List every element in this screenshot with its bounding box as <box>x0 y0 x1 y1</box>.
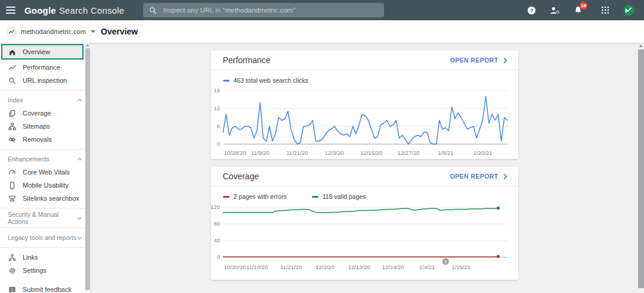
page-title-area: Overview <box>91 20 138 43</box>
scrollbar-thumb[interactable] <box>638 49 644 288</box>
line-chart-icon <box>8 63 16 71</box>
search-input[interactable] <box>163 7 378 14</box>
google-search-console-app: Google Search Console ? <box>0 0 644 293</box>
magnifier-icon <box>8 76 16 85</box>
sidebar-item-mobile-usability[interactable]: Mobile Usability <box>0 179 90 192</box>
chevron-up-icon <box>77 157 82 161</box>
svg-text:1/4/21: 1/4/21 <box>419 264 434 270</box>
content-scrollbar[interactable] <box>638 43 644 293</box>
sidebar-item-label: Sitemaps <box>23 123 50 130</box>
svg-text:18: 18 <box>213 87 220 93</box>
chevron-right-icon <box>503 57 507 64</box>
sidebar-section-legacy[interactable]: Legacy tools and reports <box>0 231 90 244</box>
brand-google: Google <box>24 5 56 15</box>
coverage-legend: 2 pages with errors 118 valid pages <box>211 186 518 200</box>
sidebar-item-label: URL inspection <box>23 77 67 84</box>
scrollbar-thumb[interactable] <box>85 48 90 290</box>
legend-label: 463 total web search clicks <box>234 77 308 84</box>
sidebar-item-submit-feedback[interactable]: Submit feedback <box>0 283 90 293</box>
sidebar-item-overview[interactable]: Overview <box>1 44 83 60</box>
card-title: Performance <box>223 55 271 65</box>
user-settings-icon[interactable] <box>550 6 560 15</box>
divider <box>0 90 90 91</box>
legend-dash-clicks <box>223 80 230 82</box>
topbar-actions: ? 18 <box>527 5 637 16</box>
svg-text:11/10/20: 11/10/20 <box>246 264 267 270</box>
sidebar-item-label: Settings <box>23 267 47 274</box>
divider <box>0 208 90 208</box>
svg-text:12/2/20: 12/2/20 <box>315 264 335 270</box>
svg-text:12/15/20: 12/15/20 <box>360 149 382 156</box>
home-icon <box>8 48 16 56</box>
open-report-label: OPEN REPORT <box>450 173 499 180</box>
notifications-bell-icon[interactable]: 18 <box>574 5 583 15</box>
url-inspect-searchbox[interactable] <box>143 3 384 17</box>
coverage-line-chart[interactable]: 0408012010/30/2011/10/2011/21/2012/2/201… <box>211 202 509 280</box>
sidebar-section-index[interactable]: Index <box>0 93 90 107</box>
feedback-icon <box>8 285 16 293</box>
property-selector[interactable]: methodandmetric.com <box>0 20 91 43</box>
notification-badge: 18 <box>580 2 587 10</box>
sidebar-item-label: Performance <box>23 64 60 71</box>
svg-text:11/21/20: 11/21/20 <box>280 264 301 270</box>
svg-text:10/28/20: 10/28/20 <box>224 149 246 156</box>
sidebar-nav: Overview Performance URL inspection Inde… <box>0 43 91 293</box>
divider <box>0 247 90 248</box>
sidebar-item-label: Overview <box>23 48 50 55</box>
sidebar-item-url-inspection[interactable]: URL inspection <box>0 74 90 87</box>
section-label: Index <box>8 96 23 104</box>
scroll-up-arrow[interactable] <box>639 45 643 47</box>
searchbox-rows-icon <box>8 194 16 202</box>
app-logo[interactable]: Google Search Console <box>24 5 124 15</box>
performance-line-chart[interactable]: 06121810/28/2011/9/2011/21/2012/3/2012/1… <box>211 86 509 159</box>
pages-icon <box>8 109 16 117</box>
top-app-bar: Google Search Console ? <box>0 0 644 20</box>
svg-text:12/24/20: 12/24/20 <box>382 264 404 270</box>
sidebar-item-core-web-vitals[interactable]: Core Web Vitals <box>0 166 90 179</box>
sidebar-item-sitemaps[interactable]: Sitemaps <box>0 120 90 133</box>
svg-text:120: 120 <box>211 204 220 210</box>
coverage-open-report-link[interactable]: OPEN REPORT <box>450 173 507 180</box>
sidebar-item-removals[interactable]: Removals <box>0 133 90 146</box>
svg-text:80: 80 <box>213 220 220 227</box>
speedometer-icon <box>8 168 16 176</box>
sidebar-item-links[interactable]: Links <box>0 251 90 264</box>
divider <box>0 227 90 228</box>
svg-text:11/21/20: 11/21/20 <box>286 149 308 156</box>
sub-header: methodandmetric.com Overview <box>0 20 644 43</box>
sidebar-scrollbar[interactable] <box>85 43 90 293</box>
svg-text:0: 0 <box>216 254 219 260</box>
svg-text:1/20/21: 1/20/21 <box>473 149 492 156</box>
sidebar-item-label: Core Web Vitals <box>23 169 70 176</box>
gear-icon <box>8 266 16 275</box>
sidebar-section-security[interactable]: Security & Manual Actions <box>0 211 90 225</box>
scroll-up-arrow[interactable] <box>86 44 89 46</box>
google-apps-grid-icon[interactable] <box>601 6 609 14</box>
sidebar-section-enhancements[interactable]: Enhancements <box>0 152 90 166</box>
svg-text:0: 0 <box>216 141 219 147</box>
card-title: Coverage <box>223 172 259 181</box>
svg-text:12/27/20: 12/27/20 <box>397 149 419 156</box>
coverage-card: Coverage OPEN REPORT 2 pages with errors… <box>211 167 518 280</box>
legend-dash-errors <box>223 196 230 198</box>
eye-off-icon <box>8 135 16 144</box>
sidebar-item-settings[interactable]: Settings <box>0 264 90 277</box>
chevron-down-icon <box>77 236 82 240</box>
node-graph-icon <box>8 253 16 261</box>
svg-text:1/8/21: 1/8/21 <box>438 149 453 156</box>
chevron-right-icon <box>503 173 507 180</box>
property-name: methodandmetric.com <box>21 28 86 35</box>
sidebar-item-performance[interactable]: Performance <box>0 61 90 74</box>
svg-text:11/9/20: 11/9/20 <box>250 149 269 156</box>
sidebar-item-sitelinks-searchbox[interactable]: Sitelinks searchbox <box>0 192 90 205</box>
svg-text:?: ? <box>530 7 533 13</box>
svg-text:10/30/20: 10/30/20 <box>224 264 246 270</box>
help-icon[interactable]: ? <box>527 6 536 15</box>
svg-text:12: 12 <box>213 105 220 111</box>
performance-card: Performance OPEN REPORT 463 total web se… <box>211 51 518 159</box>
legend-label: 118 valid pages <box>323 193 366 200</box>
account-avatar[interactable] <box>623 5 634 16</box>
sidebar-item-coverage[interactable]: Coverage <box>0 107 90 120</box>
menu-icon[interactable] <box>6 7 16 14</box>
performance-open-report-link[interactable]: OPEN REPORT <box>450 57 507 64</box>
